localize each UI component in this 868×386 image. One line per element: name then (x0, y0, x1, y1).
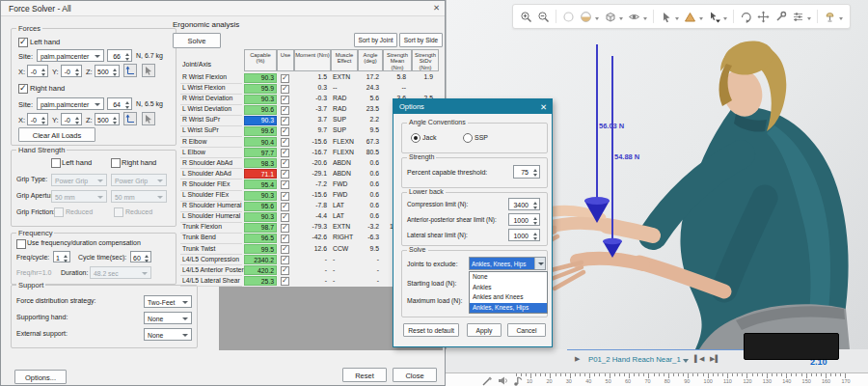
ssp-radio[interactable] (463, 133, 473, 143)
left-z-spinner[interactable]: 500 (95, 65, 120, 77)
capable-cell[interactable]: 90.6 (244, 105, 277, 115)
strength-right-hand-checkbox[interactable] (111, 158, 121, 168)
capable-cell[interactable]: 95.9 (244, 84, 277, 94)
capable-cell[interactable]: 97.7 (244, 148, 277, 157)
column-header-effect[interactable]: Muscle Effect (331, 49, 358, 71)
step-back-button[interactable]: ▌◀ (694, 355, 704, 363)
step-forward-button[interactable]: ▶▌ (710, 355, 719, 363)
lower-back-row-spinner[interactable]: 3400 (508, 198, 540, 210)
joints-exclude-select[interactable]: Ankles, Knees, Hips (469, 257, 546, 270)
left-site-select[interactable]: palm.palmcenter (37, 49, 104, 62)
right-apply-vector-button[interactable] (142, 112, 155, 125)
x-label: X: (18, 68, 25, 76)
moment-value: 0.3 (288, 84, 327, 91)
right-z-spinner[interactable]: 500 (95, 113, 120, 125)
capable-cell[interactable]: 90.3 (244, 116, 277, 125)
capable-cell[interactable]: 90.4 (244, 137, 277, 147)
clip-selector[interactable]: P01_2 Hand Reach Near_1 (588, 355, 681, 364)
right-site-select[interactable]: palm.palmcenter (37, 97, 104, 110)
capable-cell[interactable]: 420.2 (244, 265, 277, 275)
play-button[interactable]: ▶ (575, 355, 580, 363)
support-row-select[interactable]: None (144, 328, 192, 341)
column-header-angle[interactable]: Angle (deg) (358, 49, 383, 71)
frequency-compensation-checkbox[interactable] (16, 239, 26, 249)
dropdown-item[interactable]: Ankles and Knees (470, 292, 547, 303)
capable-cell[interactable]: 99.6 (244, 126, 277, 136)
reset-button[interactable]: Reset (342, 368, 387, 382)
grip-row-label: Grip Friction: (16, 208, 55, 215)
site-label: Site: (18, 100, 33, 109)
capable-cell[interactable]: 25.3 (244, 276, 277, 286)
threshold-spinner[interactable]: 75 (513, 165, 540, 179)
dropdown-item[interactable]: Ankles (470, 283, 547, 293)
site-label: Site: (18, 52, 33, 61)
sort-by-joint-button[interactable]: Sort by Joint (354, 33, 397, 47)
capable-cell[interactable]: 95.4 (244, 179, 277, 189)
clear-all-loads-button[interactable]: Clear All Loads (18, 127, 95, 142)
frame-ruler[interactable]: 1020304050607080901001101201301401501601… (446, 372, 868, 386)
table-row[interactable]: L Wrist Flexion 95.9 0.3 -- 24.3 -- (180, 83, 443, 94)
freq-cycle-spinner[interactable]: 1 (53, 251, 70, 262)
column-header-strength-mean[interactable]: Strength Mean (Nm) (383, 49, 412, 71)
close-button[interactable]: Close (393, 368, 437, 382)
capable-cell[interactable]: 90.3 (244, 95, 277, 104)
capable-cell[interactable]: 99.5 (244, 244, 277, 254)
sort-by-side-button[interactable]: Sort by Side (399, 33, 443, 47)
close-icon[interactable]: ✕ (540, 102, 547, 112)
dropdown-item[interactable]: None (470, 272, 547, 283)
right-hand-checkbox[interactable] (18, 84, 28, 94)
capable-cell[interactable]: 90.3 (244, 73, 277, 83)
column-header-moment[interactable]: Moment (Nm) (294, 49, 331, 71)
capable-cell[interactable]: 96.5 (244, 234, 277, 243)
column-header-strength-stdv[interactable]: Strength StDv (Nm) (412, 49, 439, 71)
capable-cell[interactable]: 95.6 (244, 202, 277, 211)
capable-cell[interactable]: 2340.2 (244, 255, 277, 264)
left-force-spinner[interactable]: 66 (107, 49, 132, 62)
left-vector-picker-button[interactable] (123, 64, 137, 77)
capable-cell[interactable]: 71.1 (244, 169, 277, 179)
left-y-spinner[interactable]: -0 (61, 65, 82, 77)
options-dialog-titlebar[interactable]: Options ✕ (393, 99, 552, 114)
support-row-select[interactable]: Two-Feet (144, 295, 192, 308)
options-button[interactable]: Options... (14, 370, 67, 384)
support-row-select[interactable]: None (144, 312, 192, 324)
left-x-spinner[interactable]: -0 (27, 65, 48, 77)
grip-friction-left-checkbox (54, 207, 64, 217)
strength-left-hand-checkbox[interactable] (51, 158, 61, 168)
lower-back-row-label: Compression limit (N): (407, 201, 468, 207)
left-apply-vector-button[interactable] (142, 64, 155, 77)
stylus-icon[interactable] (480, 373, 494, 386)
right-x-spinner[interactable]: -0 (27, 113, 48, 125)
ruler-tick-label: 110 (723, 378, 732, 384)
capable-cell[interactable]: 90.3 (244, 212, 277, 222)
speaker-icon[interactable] (496, 373, 509, 386)
chevron-down-icon[interactable] (683, 359, 689, 363)
solve-button[interactable]: Solve (173, 33, 221, 48)
lower-back-row-spinner[interactable]: 1000 (508, 229, 540, 241)
reset-to-default-button[interactable]: Reset to default (403, 323, 459, 337)
lower-back-row-spinner[interactable]: 1000 (508, 213, 540, 226)
note-icon[interactable] (511, 373, 525, 386)
apply-button[interactable]: Apply (467, 323, 502, 337)
ruler-minor-tick (643, 373, 644, 376)
column-header-use[interactable]: Use (277, 49, 294, 71)
cycle-time-spinner[interactable]: 60 (130, 251, 151, 262)
dropdown-item[interactable]: Ankles, Knees, Hips (470, 303, 547, 314)
joint-label: L4/L5 Lateral Shear (182, 277, 242, 284)
ruler-minor-tick (732, 373, 733, 376)
capable-cell[interactable]: 90.3 (244, 191, 277, 201)
jack-radio[interactable] (411, 133, 420, 143)
grip-right-select: Power Grip (111, 174, 167, 186)
left-hand-checkbox[interactable] (18, 38, 28, 47)
right-vector-picker-button[interactable] (123, 112, 137, 125)
capable-cell[interactable]: 98.3 (244, 158, 277, 168)
chevron-down-icon[interactable] (534, 258, 545, 269)
column-header-capable[interactable]: Capable (%) (244, 49, 277, 71)
table-row[interactable]: R Wrist Flexion 90.3 1.5 EXTN 17.2 5.8 1… (180, 72, 443, 83)
right-force-spinner[interactable]: 64 (107, 97, 132, 110)
window-titlebar[interactable]: Force Solver - All ✕ (1, 1, 445, 16)
cancel-button[interactable]: Cancel (507, 323, 546, 337)
capable-cell[interactable]: 98.7 (244, 223, 277, 233)
close-icon[interactable]: ✕ (433, 3, 440, 13)
right-y-spinner[interactable]: -0 (61, 113, 82, 125)
